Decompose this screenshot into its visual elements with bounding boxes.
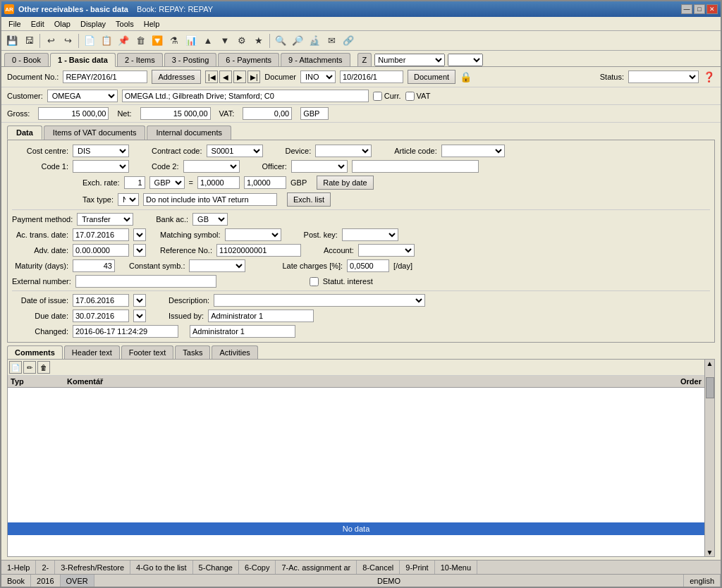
- date-of-issue-picker[interactable]: [133, 294, 146, 307]
- toolbar-star[interactable]: ★: [251, 33, 267, 49]
- exch-rate-value[interactable]: [124, 176, 145, 189]
- article-code-select[interactable]: [441, 145, 505, 157]
- inner-tab-internal[interactable]: Internal documents: [147, 125, 231, 140]
- vat-checkbox[interactable]: [405, 92, 415, 101]
- tab-payments[interactable]: 6 - Payments: [218, 53, 279, 66]
- rate-by-date-button[interactable]: Rate by date: [317, 176, 373, 190]
- tab-items[interactable]: 2 - Items: [117, 53, 163, 66]
- external-number-field[interactable]: [75, 275, 216, 288]
- toolbar-search2[interactable]: 🔎: [290, 33, 305, 49]
- tax-type-select[interactable]: N: [118, 193, 139, 206]
- toolbar-paste[interactable]: 📌: [116, 33, 131, 49]
- toolbar-save2[interactable]: 🖫: [21, 33, 37, 49]
- comment-edit-btn[interactable]: ✏: [23, 361, 36, 374]
- status-ac-assign[interactable]: 7-Ac. assignment ar: [276, 561, 357, 574]
- status-select[interactable]: [628, 71, 699, 83]
- close-button[interactable]: ✕: [706, 4, 718, 14]
- status-f2[interactable]: 2-: [36, 561, 55, 574]
- toolbar-new[interactable]: 📄: [82, 33, 97, 49]
- net-field[interactable]: [140, 107, 211, 120]
- maximize-button[interactable]: □: [694, 4, 705, 14]
- toolbar-up[interactable]: ▲: [200, 33, 216, 49]
- inner-tab-vat[interactable]: Items of VAT documents: [44, 125, 146, 140]
- toolbar-save[interactable]: 💾: [4, 33, 20, 49]
- contract-code-select[interactable]: S0001: [207, 145, 263, 157]
- menu-edit[interactable]: Edit: [27, 19, 49, 29]
- nav-next-next[interactable]: ▶|: [247, 71, 260, 83]
- due-date-picker[interactable]: [133, 310, 146, 322]
- menu-display[interactable]: Display: [76, 19, 110, 29]
- cost-centre-select[interactable]: DIS: [73, 145, 129, 157]
- status-help[interactable]: 1-Help: [1, 561, 36, 574]
- exch-list-button[interactable]: Exch. list: [287, 192, 331, 207]
- statut-interest-checkbox[interactable]: [310, 277, 319, 286]
- toolbar-email[interactable]: ✉: [324, 33, 339, 49]
- menu-olap[interactable]: Olap: [50, 19, 75, 29]
- curr-checkbox[interactable]: [373, 92, 382, 101]
- toolbar-copy[interactable]: 📋: [99, 33, 114, 49]
- tab-posting[interactable]: 3 - Posting: [164, 53, 217, 66]
- menu-file[interactable]: File: [4, 19, 25, 29]
- gross-field[interactable]: [38, 107, 109, 120]
- menu-tools[interactable]: Tools: [111, 19, 138, 29]
- ac-trans-date-picker[interactable]: [133, 228, 146, 241]
- documer-select[interactable]: INO: [300, 71, 336, 83]
- scroll-thumb[interactable]: [706, 377, 714, 398]
- code1-select[interactable]: [73, 160, 129, 173]
- minimize-button[interactable]: —: [681, 4, 692, 14]
- description-select[interactable]: [214, 294, 425, 307]
- toolbar-undo[interactable]: ↩: [43, 33, 59, 49]
- due-date-field[interactable]: [73, 310, 129, 322]
- toolbar-filter2[interactable]: ⚗: [166, 33, 182, 49]
- nav-next[interactable]: ▶: [233, 71, 246, 83]
- officer-select[interactable]: [291, 160, 348, 173]
- number-select[interactable]: Number: [374, 54, 445, 66]
- status-copy[interactable]: 6-Copy: [239, 561, 276, 574]
- tab-basic-data[interactable]: 1 - Basic data: [50, 53, 116, 67]
- view-dropdown[interactable]: [448, 54, 483, 66]
- comment-tab-header[interactable]: Header text: [64, 345, 120, 359]
- reference-no-field[interactable]: [216, 244, 301, 257]
- comment-add-btn[interactable]: 📄: [9, 361, 22, 374]
- status-menu[interactable]: 10-Menu: [435, 561, 477, 574]
- constant-symb-select[interactable]: [189, 259, 245, 272]
- toolbar-redo[interactable]: ↪: [60, 33, 75, 49]
- toolbar-settings[interactable]: ⚙: [234, 33, 250, 49]
- toolbar-down[interactable]: ▼: [217, 33, 233, 49]
- code2-select[interactable]: [183, 160, 240, 173]
- payment-method-select[interactable]: Transfer: [77, 213, 133, 226]
- comment-delete-btn[interactable]: 🗑: [37, 361, 50, 374]
- toolbar-delete[interactable]: 🗑: [133, 33, 148, 49]
- date-of-issue-field[interactable]: [73, 294, 129, 307]
- account-select[interactable]: [358, 244, 415, 257]
- addresses-button[interactable]: Addresses: [152, 70, 201, 84]
- status-print[interactable]: 9-Print: [400, 561, 434, 574]
- adv-date-picker[interactable]: [133, 244, 146, 257]
- toolbar-search1[interactable]: 🔍: [273, 33, 288, 49]
- exch-currency-select[interactable]: GBP: [149, 176, 185, 189]
- post-key-select[interactable]: [342, 228, 398, 241]
- bank-ac-select[interactable]: GB: [192, 213, 228, 226]
- comment-tab-footer[interactable]: Footer text: [121, 345, 174, 359]
- status-cancel[interactable]: 8-Cancel: [357, 561, 400, 574]
- doc-no-field[interactable]: [63, 71, 147, 83]
- tab-z[interactable]: Z: [357, 53, 372, 66]
- comment-tab-comments[interactable]: Comments: [7, 345, 63, 359]
- comment-tab-tasks[interactable]: Tasks: [175, 345, 210, 359]
- document-button[interactable]: Document: [408, 70, 455, 84]
- menu-help[interactable]: Help: [140, 19, 164, 29]
- adv-date-field[interactable]: [73, 244, 129, 257]
- scroll-up[interactable]: ▲: [706, 360, 714, 367]
- toolbar-search3[interactable]: 🔬: [307, 33, 322, 49]
- device-select[interactable]: [315, 145, 372, 157]
- comment-tab-activities[interactable]: Activities: [212, 345, 257, 359]
- exch-val1-field[interactable]: [197, 176, 240, 189]
- toolbar-filter[interactable]: 🔽: [149, 33, 165, 49]
- nav-prev[interactable]: ◀: [219, 71, 232, 83]
- toolbar-export[interactable]: 📊: [183, 33, 199, 49]
- inner-tab-data[interactable]: Data: [7, 125, 42, 140]
- toolbar-link[interactable]: 🔗: [341, 33, 356, 49]
- late-charges-field[interactable]: [347, 259, 389, 272]
- status-info-icon[interactable]: ❓: [703, 71, 715, 82]
- status-goto[interactable]: 4-Go to the list: [130, 561, 193, 574]
